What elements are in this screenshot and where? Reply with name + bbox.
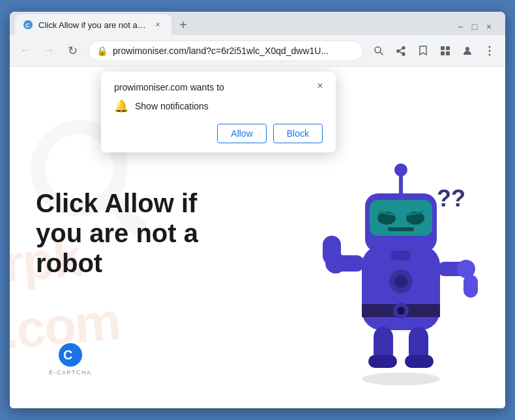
popup-buttons: Allow Block <box>114 124 323 143</box>
block-button[interactable]: Block <box>273 124 323 143</box>
permission-popup: × prowimoniser.com wants to 🔔 Show notif… <box>101 72 336 152</box>
content-area: rpk .com Click Allow if you are not a ro… <box>10 66 505 408</box>
bell-icon: 🔔 <box>114 99 128 113</box>
svg-rect-7 <box>446 51 450 55</box>
minimize-button[interactable]: − <box>454 21 466 33</box>
svg-point-11 <box>489 53 491 55</box>
ecaptcha-label: E-CAPTCHA <box>49 369 92 376</box>
profile-button[interactable] <box>457 40 478 61</box>
svg-rect-5 <box>446 46 450 50</box>
toolbar-icons <box>368 40 500 61</box>
active-tab[interactable]: C Click Allow if you are not a robot × <box>15 14 171 35</box>
forward-button[interactable]: → <box>38 40 59 61</box>
svg-rect-30 <box>391 251 411 260</box>
robot-illustration: ?? <box>316 128 486 376</box>
popup-title: prowimoniser.com wants to <box>114 82 323 92</box>
svg-point-8 <box>465 47 469 51</box>
lock-icon: 🔒 <box>96 46 108 56</box>
tab-close-button[interactable]: × <box>152 19 164 31</box>
svg-rect-42 <box>405 355 434 368</box>
share-button[interactable] <box>390 40 411 61</box>
new-tab-button[interactable]: + <box>174 16 192 34</box>
address-bar[interactable]: 🔒 prowimoniser.com/land?c=6r2i51wlc_X0qd… <box>88 40 363 61</box>
svg-rect-36 <box>464 275 478 298</box>
reload-button[interactable]: ↻ <box>62 40 83 61</box>
svg-point-9 <box>489 46 491 48</box>
page-content: rpk .com Click Allow if you are not a ro… <box>10 66 505 408</box>
tab-favicon: C <box>23 20 33 30</box>
tab-bar: C Click Allow if you are not a robot × +… <box>10 12 505 35</box>
svg-text:C: C <box>25 22 30 29</box>
popup-close-button[interactable]: × <box>312 78 328 94</box>
svg-point-20 <box>397 307 405 315</box>
window-controls: − □ × <box>454 21 500 35</box>
browser-window: C Click Allow if you are not a robot × +… <box>10 12 505 408</box>
maximize-button[interactable]: □ <box>469 21 480 33</box>
svg-point-38 <box>394 275 407 288</box>
svg-point-16 <box>362 372 440 385</box>
tab-title: Click Allow if you are not a robot <box>38 20 147 30</box>
svg-point-10 <box>489 49 491 51</box>
svg-line-3 <box>380 52 383 55</box>
svg-rect-41 <box>368 355 397 368</box>
notification-row: 🔔 Show notifications <box>114 99 323 113</box>
search-button[interactable] <box>368 40 389 61</box>
address-text: prowimoniser.com/land?c=6r2i51wlc_X0qd_d… <box>113 46 355 56</box>
toolbar: ← → ↻ 🔒 prowimoniser.com/land?c=6r2i51wl… <box>10 35 505 66</box>
menu-button[interactable] <box>479 40 500 61</box>
back-button[interactable]: ← <box>15 40 36 61</box>
bookmark-button[interactable] <box>413 40 434 61</box>
svg-text:C: C <box>63 348 72 362</box>
allow-button[interactable]: Allow <box>217 124 266 143</box>
svg-rect-27 <box>388 227 414 231</box>
extensions-button[interactable] <box>435 40 456 61</box>
page-headline: Click Allow if you are not a robot <box>36 188 218 278</box>
svg-point-29 <box>394 163 407 176</box>
svg-rect-6 <box>441 51 445 55</box>
svg-rect-4 <box>441 46 445 50</box>
close-button[interactable]: × <box>483 21 495 33</box>
svg-text:??: ?? <box>437 185 465 212</box>
svg-rect-33 <box>323 236 341 265</box>
notification-text: Show notifications <box>135 101 209 111</box>
ecaptcha-logo: C E-CAPTCHA <box>49 342 92 376</box>
